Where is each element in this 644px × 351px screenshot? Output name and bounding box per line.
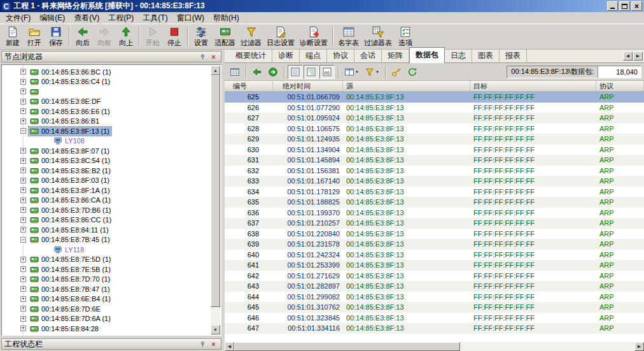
scroll-right-icon[interactable]: ▶ <box>634 342 644 351</box>
packet-row[interactable]: 637 00:51:01.210257 00:14:85:E3:8F:13 FF… <box>225 218 644 229</box>
packet-row[interactable]: 633 00:51:01.167140 00:14:85:E3:8F:13 FF… <box>225 176 644 187</box>
toolbar-button[interactable]: 选项 <box>395 25 416 48</box>
packet-row[interactable]: 639 00:51:01.231578 00:14:85:E3:8F:13 FF… <box>225 239 644 250</box>
analysis-tab[interactable]: 协议 <box>327 48 354 62</box>
toolbar-button[interactable]: 向上 <box>115 25 137 48</box>
tree-item[interactable]: 00:14:85:E8:7E:5D (1) <box>3 255 210 265</box>
tree-item[interactable]: 00:14:85:E3:86:CC (1) <box>3 215 210 226</box>
expand-toggle-icon[interactable] <box>20 128 26 134</box>
tree-item[interactable]: 00:14:85:E8:7E:5B (1) <box>3 264 210 275</box>
scrollbar-thumb[interactable] <box>211 75 220 307</box>
packet-row[interactable]: 635 00:51:01.188825 00:14:85:E3:8F:13 FF… <box>225 197 644 208</box>
tree-item[interactable]: 00:14:85:E8:84:28 <box>3 324 210 334</box>
scrollbar-thumb[interactable] <box>234 342 460 351</box>
tree-item[interactable]: 00:14:85:E8:84:11 (1) <box>3 225 210 235</box>
menu-item[interactable]: 工具(T) <box>138 11 172 25</box>
tree-item[interactable] <box>3 87 210 97</box>
toolbar-button[interactable] <box>187 27 188 46</box>
packet-row[interactable]: 638 00:51:01.220840 00:14:85:E3:8F:13 FF… <box>225 229 644 240</box>
column-header-number[interactable]: 编号 <box>225 81 273 91</box>
tree-item[interactable]: 00:14:85:E3:7D:B6 (1) <box>3 205 210 215</box>
packet-row[interactable]: 631 00:51:01.145894 00:14:85:E3:8F:13 FF… <box>225 155 644 166</box>
expand-toggle-icon[interactable] <box>20 99 26 104</box>
menu-item[interactable]: 编辑(E) <box>35 11 69 25</box>
expand-toggle-icon[interactable] <box>20 296 26 302</box>
packet-toolbar-button[interactable]: ▼ <box>246 66 247 78</box>
panel-close-button[interactable]: × <box>209 52 218 61</box>
tree-vertical-scrollbar[interactable]: ▲ ▼ <box>211 66 220 334</box>
menu-item[interactable]: 查看(V) <box>69 11 104 25</box>
panel-close-button[interactable]: × <box>209 340 218 348</box>
expand-toggle-icon[interactable] <box>20 266 26 272</box>
expand-toggle-icon[interactable] <box>20 286 26 292</box>
packet-row[interactable]: 647 00:51:01.334116 00:14:85:E3:8F:13 FF… <box>225 323 644 334</box>
expand-toggle-icon[interactable] <box>20 227 26 233</box>
column-header-source[interactable]: 源 <box>343 81 470 91</box>
packet-toolbar-button[interactable]: ▼ <box>362 65 382 79</box>
toolbar-button[interactable] <box>332 27 333 46</box>
menu-item[interactable]: 帮助(H) <box>209 11 244 25</box>
expand-toggle-icon[interactable] <box>20 158 26 164</box>
maximize-button[interactable] <box>619 1 630 11</box>
packet-row[interactable]: 645 00:51:01.310762 00:14:85:E3:8F:13 FF… <box>225 302 644 313</box>
packet-row[interactable]: 640 00:51:01.242324 00:14:85:E3:8F:13 FF… <box>225 250 644 261</box>
toolbar-button[interactable]: 向前 <box>94 25 115 48</box>
toolbar-button[interactable]: 过滤器 <box>238 25 264 48</box>
column-header-destination[interactable]: 目标 <box>470 81 596 91</box>
pin-button[interactable] <box>198 52 207 61</box>
tree-item[interactable]: 00:14:85:E8:7B:45 (1) <box>3 235 210 245</box>
pin-button[interactable] <box>198 340 207 348</box>
toolbar-button[interactable] <box>139 27 140 46</box>
tree-item[interactable]: LY118 <box>3 245 210 255</box>
menu-item[interactable]: 文件(F) <box>1 11 35 25</box>
tree-item[interactable]: 00:14:85:E3:8F:13 (1) <box>3 126 210 136</box>
expand-toggle-icon[interactable] <box>20 207 26 213</box>
tree-item[interactable]: 00:14:85:E3:86:C4 (1) <box>3 77 210 87</box>
expand-toggle-icon[interactable] <box>20 306 26 312</box>
menu-item[interactable]: 工程(P) <box>104 11 138 25</box>
toolbar-button[interactable]: 停止 <box>164 25 185 48</box>
packet-toolbar-button[interactable]: ▼ <box>389 65 404 79</box>
packet-row[interactable]: 627 00:51:01.095924 00:14:85:E3:8F:13 FF… <box>225 113 644 124</box>
expand-toggle-icon[interactable] <box>20 89 26 94</box>
toolbar-button[interactable]: 打开 <box>24 25 45 48</box>
tree-item[interactable]: 00:14:85:E3:8F:1A (1) <box>3 185 210 196</box>
expand-toggle-icon[interactable] <box>20 168 26 173</box>
scroll-up-icon[interactable]: ▲ <box>211 66 220 75</box>
tree-item[interactable]: 00:14:85:E8:7D:70 (1) <box>3 275 210 285</box>
packet-row[interactable]: 634 00:51:01.178129 00:14:85:E3:8F:13 FF… <box>225 187 644 197</box>
column-header-protocol[interactable]: 协议 <box>596 81 644 91</box>
toolbar-button[interactable]: 名字表 <box>335 25 361 48</box>
tree-item[interactable]: 00:14:85:E3:8E:B2 (1) <box>3 166 210 176</box>
tree-item[interactable]: 00:14:85:E8:6E:B4 (1) <box>3 294 210 304</box>
tree-item[interactable]: 00:14:85:E3:8E:DF <box>3 97 210 107</box>
expand-toggle-icon[interactable] <box>20 148 26 154</box>
toolbar-button[interactable]: 设置 <box>190 25 212 48</box>
scroll-down-icon[interactable]: ▼ <box>211 325 220 334</box>
tree-item[interactable]: 00:14:85:E3:8C:54 (1) <box>3 156 210 166</box>
tree-item[interactable]: 00:14:85:E8:7D:6E <box>3 304 210 314</box>
packet-row[interactable]: 646 00:51:01.323845 00:14:85:E3:8F:13 FF… <box>225 313 644 324</box>
packet-toolbar-button[interactable]: ▼ <box>265 65 281 79</box>
tree-item[interactable]: 00:14:85:E8:7B:47 (1) <box>3 284 210 294</box>
scroll-left-icon[interactable]: ◀ <box>225 342 234 351</box>
close-button[interactable]: × <box>631 1 642 11</box>
packet-toolbar-button[interactable]: ▼ <box>249 65 265 79</box>
menu-item[interactable]: 窗口(W) <box>172 11 209 25</box>
expand-toggle-icon[interactable] <box>20 237 26 243</box>
toolbar-button[interactable]: 过滤器表 <box>361 25 395 48</box>
column-header-time[interactable]: 绝对时间 <box>273 81 343 91</box>
expand-toggle-icon[interactable] <box>20 79 26 85</box>
toolbar-button[interactable]: 日志设置 <box>264 25 297 48</box>
packet-row[interactable]: 644 00:51:01.299082 00:14:85:E3:8F:13 FF… <box>225 292 644 303</box>
expand-toggle-icon[interactable] <box>20 187 26 193</box>
toolbar-button[interactable]: 新建 <box>2 25 24 48</box>
analysis-tab[interactable]: 概要统计 <box>230 48 272 62</box>
expand-toggle-icon[interactable] <box>20 108 26 114</box>
packet-row[interactable]: 643 00:51:01.282897 00:14:85:E3:8F:13 FF… <box>225 281 644 292</box>
tree-item[interactable]: 00:14:85:E3:86:BC (1) <box>3 67 210 77</box>
packet-row[interactable]: 629 00:51:01.124935 00:14:85:E3:8F:13 FF… <box>225 134 644 145</box>
tree-item[interactable]: 00:14:85:E3:8F:07 (1) <box>3 146 210 156</box>
expand-toggle-icon[interactable] <box>20 316 26 322</box>
packet-toolbar-button[interactable]: ▼ <box>227 65 242 79</box>
